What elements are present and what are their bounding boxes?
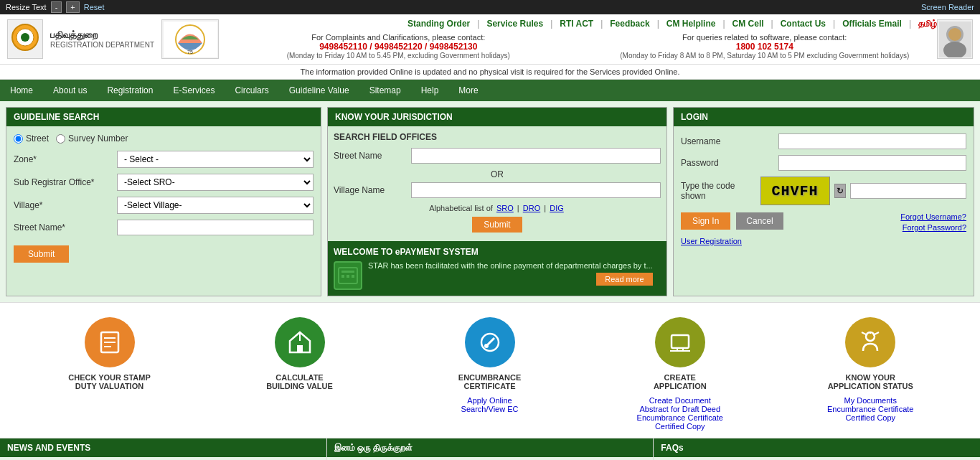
enc-cert-status-link[interactable]: Encumbrance Certificate (827, 405, 913, 413)
guideline-search-panel: GUIDELINE SEARCH Street Survey Number Zo… (6, 107, 321, 296)
forgot-password-link[interactable]: Forgot Password? (900, 223, 966, 232)
or-divider: OR (334, 169, 661, 179)
username-input[interactable] (778, 133, 966, 149)
bottom-panels-section: NEWS AND EVENTS இனம் ஒரு திருக்குறள் FAQ… (0, 438, 980, 460)
top-nav-links: Standing Order | Service Rules | RTI ACT… (407, 19, 937, 29)
my-documents-link[interactable]: My Documents (827, 396, 913, 405)
epayment-panel: WELCOME TO ePAYMENT SYSTEM STAR has been… (328, 241, 666, 296)
nav-rti-act[interactable]: RTI ACT (560, 19, 593, 29)
nav-feedback[interactable]: Feedback (610, 19, 649, 29)
create-app-icon[interactable] (655, 317, 705, 367)
encumbrance-cert-link[interactable]: Encumbrance Certificate (637, 413, 723, 422)
building-value-item[interactable]: CALCULATE BUILDING VALUE (257, 317, 343, 431)
sro-select[interactable]: -Select SRO- (117, 174, 314, 191)
nav-tamil[interactable]: தமிழ் (918, 19, 937, 29)
search-view-ec-link[interactable]: Search/View EC (461, 405, 519, 413)
search-type-radio-group: Street Survey Number (14, 133, 314, 144)
nav-home[interactable]: Home (0, 80, 43, 101)
street-name-input[interactable] (117, 220, 314, 235)
street-name-label: Street Name* (14, 222, 114, 233)
zone-label: Zone* (14, 154, 114, 164)
nav-sitemap[interactable]: Sitemap (359, 80, 411, 101)
nav-circulars[interactable]: Circulars (225, 80, 278, 101)
jurisdiction-panel: KNOW YOUR JURISDICTION SEARCH FIELD OFFI… (327, 107, 667, 296)
street-name-search-row: Street Name (334, 148, 661, 164)
street-search-input[interactable] (411, 148, 661, 164)
top-bar: Resize Text - + Reset Screen Reader (0, 0, 980, 14)
password-label: Password (681, 158, 774, 168)
abstract-draft-deed-link[interactable]: Abstract for Draft Deed (637, 405, 723, 413)
svg-point-24 (484, 344, 489, 348)
certified-copy-status-link[interactable]: Certified Copy (827, 413, 913, 422)
password-input[interactable] (778, 155, 966, 171)
epayment-icon (334, 261, 362, 290)
jurisdiction-header: KNOW YOUR JURISDICTION (328, 108, 666, 126)
read-more-button[interactable]: Read more (596, 273, 652, 286)
right-avatar (937, 19, 973, 59)
captcha-input[interactable] (850, 183, 966, 199)
nav-standing-order[interactable]: Standing Order (407, 19, 470, 29)
nav-help[interactable]: Help (411, 80, 449, 101)
alpha-sro-link[interactable]: SRO (496, 204, 514, 212)
jurisdiction-submit-button[interactable]: Submit (472, 217, 522, 233)
forgot-username-link[interactable]: Forgot Username? (900, 212, 966, 221)
captcha-refresh-button[interactable]: ↻ (834, 184, 846, 198)
village-row: Village* -Select Village- (14, 197, 314, 214)
building-value-icon (275, 317, 325, 367)
alpha-dig-link[interactable]: DIG (550, 204, 564, 212)
decrease-font-button[interactable]: - (51, 1, 62, 13)
software-contact: For queries related to software, please … (593, 33, 938, 60)
encumbrance-icon[interactable] (465, 317, 515, 367)
news-events-header: NEWS AND EVENTS (0, 438, 326, 457)
nav-registration[interactable]: Registration (97, 80, 163, 101)
nav-about-us[interactable]: About us (43, 80, 97, 101)
village-search-input[interactable] (411, 182, 661, 198)
info-bar: The information provided Online is updat… (0, 65, 980, 80)
village-select[interactable]: -Select Village- (117, 197, 314, 214)
certified-copy-link[interactable]: Certified Copy (637, 422, 723, 431)
sign-in-button[interactable]: Sign In (681, 212, 730, 230)
thirukkural-body (327, 457, 654, 460)
svg-point-2 (21, 33, 29, 42)
street-radio-label[interactable]: Street (14, 133, 49, 144)
captcha-area: Type the code shown CHVFH ↻ (681, 177, 966, 205)
nav-guideline-value[interactable]: Guideline Value (279, 80, 359, 101)
guideline-search-header: GUIDELINE SEARCH (6, 108, 321, 126)
svg-rect-20 (297, 345, 303, 352)
alpha-links: Alphabetical list of SRO | DRO | DIG (334, 204, 661, 212)
nav-e-services[interactable]: E-Services (163, 80, 225, 101)
epayment-title: WELCOME TO ePAYMENT SYSTEM (334, 247, 661, 257)
stamp-duty-label: CHECK YOUR STAMP DUTY VALUATION (67, 373, 153, 390)
nav-cm-helpline[interactable]: CM Helpline (666, 19, 716, 29)
svg-rect-14 (352, 275, 354, 278)
app-status-item: KNOW YOUR APPLICATION STATUS My Document… (827, 317, 913, 431)
reset-label[interactable]: Reset (84, 3, 105, 11)
password-row: Password (681, 155, 966, 171)
survey-radio[interactable] (56, 134, 65, 144)
street-radio[interactable] (14, 134, 23, 144)
nav-officials-email[interactable]: Officials Email (842, 19, 902, 29)
increase-font-button[interactable]: + (66, 1, 79, 13)
content-area: GUIDELINE SEARCH Street Survey Number Zo… (0, 101, 980, 302)
stamp-duty-item[interactable]: CHECK YOUR STAMP DUTY VALUATION (67, 317, 153, 431)
nav-service-rules[interactable]: Service Rules (486, 19, 543, 29)
create-app-item: CREATE APPLICATION Create Document Abstr… (637, 317, 723, 431)
nav-cm-cell[interactable]: CM Cell (732, 19, 764, 29)
create-document-link[interactable]: Create Document (637, 396, 723, 405)
street-name-row: Street Name* (14, 220, 314, 235)
resize-text-label: Resize Text (6, 3, 47, 11)
nav-contact-us[interactable]: Contact Us (781, 19, 826, 29)
alpha-dro-link[interactable]: DRO (523, 204, 540, 212)
screen-reader-link[interactable]: Screen Reader (921, 3, 974, 11)
survey-radio-label[interactable]: Survey Number (56, 133, 128, 144)
zone-select[interactable]: - Select - (117, 151, 314, 168)
village-search-label: Village Name (334, 185, 405, 195)
app-status-icon[interactable] (845, 317, 895, 367)
user-registration-link[interactable]: User Registration (681, 237, 742, 245)
cancel-button[interactable]: Cancel (736, 212, 783, 230)
nav-more[interactable]: More (448, 80, 488, 101)
guideline-submit-button[interactable]: Submit (14, 245, 69, 263)
app-status-links: My Documents Encumbrance Certificate Cer… (827, 396, 913, 422)
apply-online-link[interactable]: Apply Online (461, 396, 519, 405)
news-events-body (0, 457, 326, 460)
